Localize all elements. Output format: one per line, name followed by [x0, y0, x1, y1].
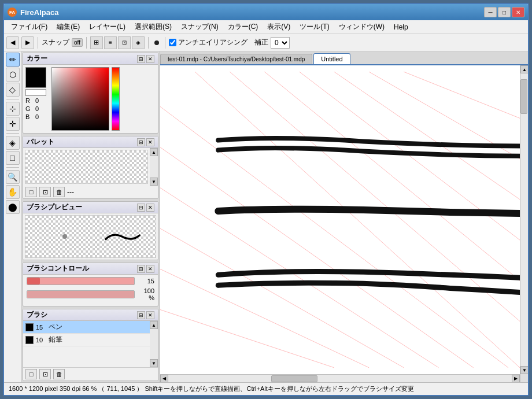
tabs-area: test-01.mdp - C:/Users/Tsuchiya/Desktop/… — [160, 51, 528, 382]
tool-move[interactable]: ✛ — [6, 117, 20, 131]
antialias-checkbox[interactable] — [169, 39, 176, 46]
palette-scroll-down[interactable]: ▼ — [150, 178, 158, 186]
palette-scroll-up[interactable]: ▲ — [150, 148, 158, 156]
palette-copy-btn[interactable]: ⊡ — [39, 187, 51, 197]
brush-control-float[interactable]: ⊟ — [137, 265, 145, 273]
grid-btn-3[interactable]: ⊡ — [118, 36, 131, 49]
brush-preview-float[interactable]: ⊟ — [137, 204, 145, 212]
v-scroll-down[interactable]: ▼ — [520, 366, 528, 374]
snap-label: スナップ — [42, 38, 69, 47]
color-picker-area[interactable] — [51, 67, 156, 131]
correction-select[interactable]: 012 — [271, 37, 290, 49]
menu-view[interactable]: 表示(V) — [263, 21, 295, 33]
color-panel-float[interactable]: ⊟ — [137, 55, 145, 63]
color-panel-header: カラー ⊟ ✕ — [23, 53, 158, 65]
tool-eyedropper[interactable]: ◇ — [6, 83, 20, 97]
brush-list-copy[interactable]: ⊡ — [39, 369, 51, 379]
brush-list-close[interactable]: ✕ — [146, 311, 154, 319]
tool-eraser[interactable]: ⬡ — [6, 68, 20, 82]
tool-zoom[interactable]: 🔍 — [6, 170, 20, 184]
menu-layer[interactable]: レイヤー(L) — [84, 21, 130, 33]
brush-list-items: 15 ペン 10 鉛筆 — [23, 321, 150, 367]
brush-strokes-top — [218, 138, 520, 156]
back-button[interactable]: ◀ — [6, 36, 19, 49]
grid-buttons: ⊞ ≡ ⊡ ◈ — [90, 36, 145, 49]
brush-dot — [62, 234, 67, 239]
v-scroll-track[interactable] — [520, 73, 528, 366]
tool-divider-1 — [6, 99, 19, 99]
brush-preview-title: ブラシプレビュー — [27, 202, 82, 212]
brush-control-title: ブラシコントロール — [27, 264, 89, 274]
brush-list-float[interactable]: ⊟ — [137, 311, 145, 319]
menu-color[interactable]: カラー(C) — [223, 21, 263, 33]
color-panel-close[interactable]: ✕ — [146, 55, 154, 63]
brush-preview-close[interactable]: ✕ — [146, 204, 154, 212]
scrollbar-corner — [520, 374, 528, 382]
fwd-button[interactable]: ▶ — [21, 36, 34, 49]
brush-list-scroll-down[interactable]: ▼ — [150, 359, 158, 367]
menu-file[interactable]: ファイル(F) — [6, 21, 52, 33]
color-hue-bar[interactable] — [112, 67, 120, 131]
tab-test01[interactable]: test-01.mdp - C:/Users/Tsuchiya/Desktop/… — [160, 54, 312, 64]
palette-add-btn[interactable]: □ — [25, 187, 37, 197]
palette-panel-title: パレット — [27, 137, 54, 147]
menu-help[interactable]: Help — [389, 22, 413, 32]
brush-list-add[interactable]: □ — [25, 369, 37, 379]
menu-edit[interactable]: 編集(E) — [52, 21, 84, 33]
tool-pencil[interactable]: ✏ — [6, 53, 20, 66]
minimize-button[interactable]: ─ — [484, 7, 497, 17]
h-scroll-thumb[interactable] — [271, 375, 317, 382]
brush-num-pencil: 10 — [36, 337, 46, 343]
tool-hand[interactable]: ✋ — [6, 185, 20, 199]
palette-area[interactable] — [25, 150, 148, 184]
h-scroll-left[interactable]: ◀ — [160, 375, 168, 383]
palette-panel-float[interactable]: ⊟ — [137, 138, 145, 146]
menu-window[interactable]: ウィンドウ(W) — [334, 21, 389, 33]
brush-list-icons: ⊟ ✕ — [137, 311, 154, 319]
canvas-container[interactable] — [160, 65, 520, 374]
brush-control-close[interactable]: ✕ — [146, 265, 154, 273]
grid-btn-4[interactable]: ◈ — [132, 36, 145, 49]
brush-strokes-bottom — [218, 271, 520, 292]
color-swatch-background[interactable] — [25, 89, 46, 96]
h-scroll-track[interactable] — [168, 375, 512, 383]
brush-list-header: ブラシ ⊟ ✕ — [23, 309, 158, 321]
main-window: FA FireAlpaca ─ □ ✕ ファイル(F) 編集(E) レイヤー(L… — [3, 3, 529, 396]
menu-tools[interactable]: ツール(T) — [295, 21, 334, 33]
brush-control-content: 15 100 % — [23, 275, 158, 306]
v-scrollbar: ▲ ▼ — [520, 65, 528, 374]
brush-item-pen[interactable]: 15 ペン — [23, 321, 150, 334]
h-scroll-right[interactable]: ▶ — [512, 375, 520, 383]
brush-list-delete[interactable]: 🗑 — [53, 369, 65, 379]
window-controls: ─ □ ✕ — [484, 7, 524, 17]
color-channels: R 0 G 0 B 0 — [25, 97, 49, 120]
brush-item-pencil[interactable]: 10 鉛筆 — [23, 334, 150, 346]
grid-btn-1[interactable]: ⊞ — [90, 36, 103, 49]
tool-shape[interactable]: □ — [6, 151, 20, 165]
brush-list-scroll-up[interactable]: ▲ — [150, 321, 158, 329]
menu-select[interactable]: 選択範囲(S) — [130, 21, 176, 33]
v-scroll-thumb[interactable] — [520, 79, 527, 114]
h-scrollbar: ◀ ▶ — [160, 374, 520, 382]
dot-indicator — [154, 40, 159, 45]
size-slider-track[interactable] — [27, 277, 135, 285]
svg-line-6 — [404, 72, 520, 118]
brush-swatch-pencil — [25, 336, 34, 344]
tool-extra[interactable]: ⬤ — [6, 200, 20, 214]
palette-delete-btn[interactable]: 🗑 — [53, 187, 65, 197]
color-swatch-foreground[interactable] — [25, 67, 46, 88]
color-panel-icons: ⊟ ✕ — [137, 55, 154, 63]
opacity-slider-track[interactable] — [27, 290, 135, 298]
menu-snap[interactable]: スナップ(N) — [176, 21, 223, 33]
tool-select[interactable]: ⊹ — [6, 102, 20, 116]
v-scroll-up[interactable]: ▲ — [520, 65, 528, 73]
tool-bucket[interactable]: ◈ — [6, 136, 20, 150]
palette-panel-close[interactable]: ✕ — [146, 138, 154, 146]
maximize-button[interactable]: □ — [498, 7, 511, 17]
close-button[interactable]: ✕ — [512, 7, 524, 17]
color-gradient[interactable] — [51, 67, 109, 131]
opacity-slider-fill — [27, 291, 134, 298]
antialias-check[interactable]: アンチエイリアシング — [169, 38, 247, 47]
grid-btn-2[interactable]: ≡ — [104, 36, 117, 49]
tab-untitled[interactable]: Untitled — [313, 53, 350, 64]
